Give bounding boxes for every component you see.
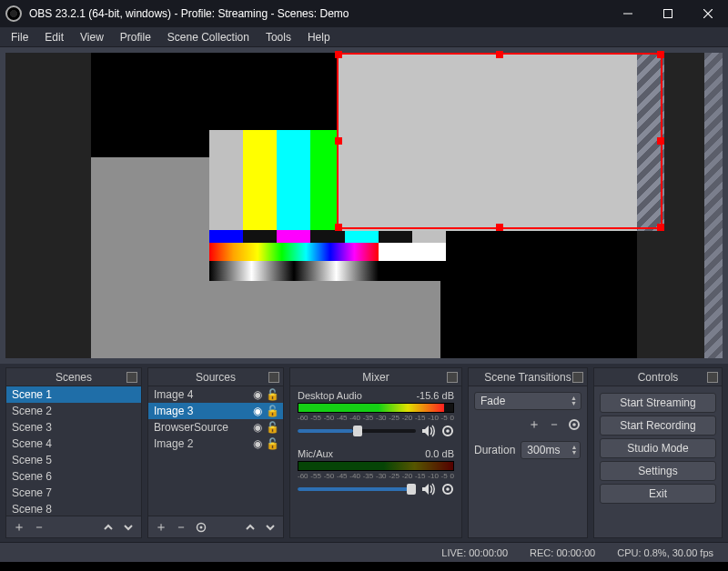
statusbar: LIVE: 00:00:00 REC: 00:00:00 CPU: 0.8%, … xyxy=(0,542,728,562)
panel-scenes-header: Scenes xyxy=(6,368,141,386)
studio-mode-button[interactable]: Studio Mode xyxy=(600,438,716,458)
mixer-channel: Desktop Audio -15.6 dB -60-55-50-45-40-3… xyxy=(290,386,461,439)
audio-meter xyxy=(298,461,454,471)
eye-icon[interactable]: ◉ xyxy=(253,421,262,434)
gear-icon[interactable] xyxy=(441,425,454,437)
gear-icon[interactable] xyxy=(441,483,454,496)
maximize-button[interactable] xyxy=(648,0,688,27)
eye-icon[interactable]: ◉ xyxy=(253,405,262,417)
menu-file[interactable]: File xyxy=(4,29,35,45)
minimize-button[interactable] xyxy=(608,0,648,27)
lock-icon[interactable]: 🔓 xyxy=(266,421,279,434)
lock-icon[interactable]: 🔓 xyxy=(266,388,279,401)
transition-select[interactable]: Fade ▲▼ xyxy=(474,392,581,410)
scene-item[interactable]: Scene 6 xyxy=(6,468,141,485)
meter-ticks: -60-55-50-45-40-35-30-25-20-15-10-50 xyxy=(298,414,454,422)
menu-tools[interactable]: Tools xyxy=(258,29,298,45)
menu-profile[interactable]: Profile xyxy=(113,29,158,45)
close-button[interactable] xyxy=(688,0,728,27)
lock-icon[interactable]: 🔓 xyxy=(266,437,279,450)
duration-label: Duration xyxy=(474,444,515,456)
window-title: OBS 23.2.1 (64-bit, windows) - Profile: … xyxy=(29,7,608,20)
preview-background xyxy=(5,53,723,358)
scene-item[interactable]: Scene 5 xyxy=(6,452,141,468)
volume-slider[interactable] xyxy=(298,429,416,433)
popout-icon[interactable] xyxy=(572,372,583,383)
app-logo xyxy=(5,5,22,22)
svg-point-11 xyxy=(572,423,576,426)
popout-icon[interactable] xyxy=(707,372,718,383)
popout-icon[interactable] xyxy=(268,372,279,383)
panels-row: Scenes Scene 1 Scene 2 Scene 3 Scene 4 S… xyxy=(0,364,728,542)
svg-point-5 xyxy=(200,526,203,528)
start-recording-button[interactable]: Start Recording xyxy=(600,416,716,436)
scene-item[interactable]: Scene 4 xyxy=(6,436,141,452)
add-transition-button[interactable]: ＋ xyxy=(527,417,541,432)
popout-icon[interactable] xyxy=(447,372,458,383)
transition-properties-button[interactable] xyxy=(567,417,581,432)
selection-outline[interactable] xyxy=(337,53,662,229)
lock-icon[interactable]: 🔓 xyxy=(266,405,279,417)
duration-input[interactable]: 300ms ▲▼ xyxy=(521,441,581,459)
menu-edit[interactable]: Edit xyxy=(37,29,71,45)
remove-scene-button[interactable]: － xyxy=(32,520,46,535)
scene-item[interactable]: Scene 3 xyxy=(6,419,141,436)
channel-db: -15.6 dB xyxy=(416,390,454,401)
popout-icon[interactable] xyxy=(126,372,137,383)
panel-mixer: Mixer Desktop Audio -15.6 dB -60-55-50-4… xyxy=(289,367,462,538)
source-item[interactable]: Image 2◉🔓 xyxy=(148,436,283,452)
panel-sources-title: Sources xyxy=(196,371,236,384)
scenes-list[interactable]: Scene 1 Scene 2 Scene 3 Scene 4 Scene 5 … xyxy=(6,386,141,516)
panel-mixer-title: Mixer xyxy=(362,371,389,384)
move-source-up-button[interactable] xyxy=(243,520,258,535)
channel-name: Mic/Aux xyxy=(298,448,333,459)
scene-item[interactable]: Scene 7 xyxy=(6,485,141,501)
move-source-down-button[interactable] xyxy=(263,520,278,535)
move-scene-down-button[interactable] xyxy=(121,520,136,535)
mixer-body: Desktop Audio -15.6 dB -60-55-50-45-40-3… xyxy=(290,386,461,537)
panel-sources-header: Sources xyxy=(148,368,283,386)
preview-area xyxy=(0,47,728,364)
channel-name: Desktop Audio xyxy=(298,390,362,401)
status-live: LIVE: 00:00:00 xyxy=(441,547,508,558)
menu-help[interactable]: Help xyxy=(300,29,338,45)
chevron-updown-icon: ▲▼ xyxy=(571,396,577,406)
scene-item[interactable]: Scene 2 xyxy=(6,403,141,419)
remove-transition-button[interactable]: － xyxy=(547,417,561,432)
scene-item[interactable]: Scene 8 xyxy=(6,501,141,516)
status-cpu: CPU: 0.8%, 30.00 fps xyxy=(617,547,713,558)
source-item[interactable]: Image 4◉🔓 xyxy=(148,386,283,403)
scene-item[interactable]: Scene 1 xyxy=(6,386,141,403)
source-item[interactable]: BrowserSource◉🔓 xyxy=(148,419,283,436)
start-streaming-button[interactable]: Start Streaming xyxy=(600,393,716,413)
move-scene-up-button[interactable] xyxy=(101,520,116,535)
svg-point-9 xyxy=(446,487,450,491)
panel-mixer-header: Mixer xyxy=(290,368,461,386)
panel-scenes: Scenes Scene 1 Scene 2 Scene 3 Scene 4 S… xyxy=(5,367,142,538)
sources-list[interactable]: Image 4◉🔓 Image 3◉🔓 BrowserSource◉🔓 Imag… xyxy=(148,386,283,516)
mute-icon[interactable] xyxy=(421,483,436,496)
volume-slider[interactable] xyxy=(298,487,416,491)
svg-point-7 xyxy=(446,429,450,433)
add-source-button[interactable]: ＋ xyxy=(154,520,168,535)
preview-canvas[interactable] xyxy=(91,53,637,358)
panel-controls: Controls Start Streaming Start Recording… xyxy=(593,367,723,538)
exit-button[interactable]: Exit xyxy=(600,484,716,504)
eye-icon[interactable]: ◉ xyxy=(253,388,262,401)
menu-scene-collection[interactable]: Scene Collection xyxy=(160,29,257,45)
panel-controls-header: Controls xyxy=(594,368,722,386)
mute-icon[interactable] xyxy=(421,425,436,437)
settings-button[interactable]: Settings xyxy=(600,461,716,481)
remove-source-button[interactable]: － xyxy=(174,520,188,535)
source-item[interactable]: Image 3◉🔓 xyxy=(148,403,283,419)
panel-transitions-title: Scene Transitions xyxy=(484,371,571,384)
add-scene-button[interactable]: ＋ xyxy=(12,520,26,535)
mixer-channel: Mic/Aux 0.0 dB -60-55-50-45-40-35-30-25-… xyxy=(290,445,461,497)
menu-view[interactable]: View xyxy=(73,29,111,45)
audio-meter xyxy=(298,403,454,413)
status-rec: REC: 00:00:00 xyxy=(530,547,595,558)
panel-scenes-title: Scenes xyxy=(56,371,92,384)
source-properties-button[interactable] xyxy=(194,520,208,535)
eye-icon[interactable]: ◉ xyxy=(253,437,262,450)
scrollbar-right[interactable] xyxy=(704,53,723,358)
